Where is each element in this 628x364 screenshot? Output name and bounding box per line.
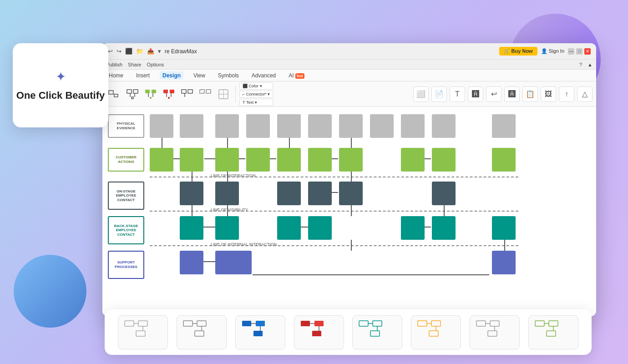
template-green-outline[interactable] (528, 315, 578, 349)
undo-icon[interactable]: ↩ (108, 48, 113, 55)
ribbon-icon-3[interactable]: T (450, 86, 465, 102)
ribbon-shape-6[interactable] (215, 85, 232, 103)
bs-box-3[interactable] (277, 216, 301, 240)
minimize-button[interactable]: — (568, 48, 574, 55)
buy-now-button[interactable]: 🛒 Buy Now (499, 47, 537, 56)
ca-box-1[interactable] (150, 148, 173, 172)
menu-symbols[interactable]: Symbols (215, 71, 242, 80)
menu-design[interactable]: Design (160, 71, 183, 80)
ca-box-4[interactable] (246, 148, 270, 172)
menu-ai[interactable]: AI hot (286, 71, 307, 80)
template-basic[interactable] (118, 315, 168, 349)
sp-box-1[interactable] (180, 251, 203, 274)
ribbon-icon-1[interactable]: ⬜ (413, 86, 429, 102)
label-back-stage: BACK-STAGEEMPLOYEECONTACT (108, 216, 144, 244)
template-outline-2[interactable] (177, 315, 227, 349)
pe-box-5[interactable] (277, 114, 301, 138)
redo-icon[interactable]: ↪ (116, 48, 122, 55)
bs-box-7[interactable] (492, 216, 516, 240)
template-teal[interactable] (352, 315, 402, 349)
ribbon-icon-7[interactable]: 📋 (522, 86, 538, 102)
svg-rect-8 (152, 90, 156, 93)
pe-box-4[interactable] (246, 114, 270, 138)
ribbon-icon-9[interactable]: ↑ (559, 86, 574, 102)
export-icon[interactable]: 📤 (147, 48, 154, 55)
menu-view[interactable]: View (191, 71, 208, 80)
vert-ca-os-2 (227, 172, 228, 182)
ca-box-3[interactable] (215, 148, 239, 172)
svg-rect-55 (476, 321, 486, 326)
share-btn[interactable]: Share (128, 62, 141, 67)
os-box-1[interactable] (180, 182, 203, 205)
connector-dropdown[interactable]: ⌐ Connector* ▾ (239, 91, 273, 98)
ca-box-6[interactable] (308, 148, 332, 172)
bs-box-5[interactable] (401, 216, 425, 240)
pe-box-8[interactable] (370, 114, 394, 138)
ribbon-icon-4[interactable]: 🅰 (468, 86, 483, 102)
bs-box-2[interactable] (215, 216, 239, 240)
more-icon[interactable]: ▾ (158, 48, 161, 55)
close-button[interactable]: ✕ (584, 48, 591, 55)
text-dropdown[interactable]: T Text ▾ (239, 99, 273, 106)
bs-box-1[interactable] (180, 216, 203, 240)
ribbon-shape-1[interactable] (106, 85, 122, 103)
ribbon-icon-10[interactable]: △ (577, 86, 593, 102)
os-box-6[interactable] (432, 182, 456, 205)
template-red[interactable] (294, 315, 344, 349)
ribbon-shape-5[interactable] (197, 85, 213, 103)
svg-rect-54 (429, 331, 438, 336)
template-blue[interactable] (235, 315, 285, 349)
os-box-4[interactable] (308, 182, 332, 205)
ribbon-icon-6[interactable]: 🅰 (504, 86, 520, 102)
ribbon-icon-5[interactable]: ↩ (486, 86, 501, 102)
canvas-area[interactable]: PHYSICALEVIDENCE CUSTOMERACTIONS (102, 107, 596, 316)
pe-box-11[interactable] (492, 114, 516, 138)
ca-box-2[interactable] (180, 148, 203, 172)
open-icon[interactable]: 📁 (136, 48, 143, 55)
bs-box-4[interactable] (308, 216, 332, 240)
publish-btn[interactable]: Publish (106, 62, 122, 67)
ribbon-shape-green[interactable] (142, 85, 159, 103)
ca-box-10[interactable] (492, 148, 516, 172)
pe-box-7[interactable] (339, 114, 363, 138)
ribbon-icon-8[interactable]: 🖼 (541, 86, 556, 102)
bs-box-6[interactable] (432, 216, 456, 240)
vert-4 (351, 138, 352, 148)
ca-box-8[interactable] (401, 148, 425, 172)
ca-box-5[interactable] (277, 148, 301, 172)
svg-rect-16 (168, 97, 170, 99)
svg-rect-34 (195, 331, 204, 336)
ca-box-9[interactable] (432, 148, 456, 172)
ribbon-icon-2[interactable]: 📄 (431, 86, 447, 102)
template-gray-outline[interactable] (470, 315, 520, 349)
pe-box-3[interactable] (215, 114, 239, 138)
options-btn[interactable]: Options (147, 62, 164, 67)
pe-box-10[interactable] (432, 114, 456, 138)
os-box-3[interactable] (277, 182, 301, 205)
template-yellow[interactable] (411, 315, 461, 349)
color-dropdown[interactable]: ⬛ Color ▾ (239, 82, 273, 90)
svg-rect-49 (370, 331, 380, 336)
sp-box-2[interactable] (215, 251, 252, 274)
ribbon-shape-red[interactable] (161, 85, 177, 103)
os-box-2[interactable] (215, 182, 239, 205)
maximize-button[interactable]: □ (576, 48, 582, 55)
menu-advanced[interactable]: Advanced (249, 71, 279, 80)
pe-box-9[interactable] (401, 114, 425, 138)
save-icon[interactable]: ⬛ (125, 48, 132, 55)
menu-insert[interactable]: Insert (133, 71, 152, 80)
svg-rect-37 (256, 321, 265, 326)
sign-in-button[interactable]: 👤 Sign In (541, 48, 564, 54)
ca-box-7[interactable] (339, 148, 363, 172)
ribbon-shape-2[interactable] (124, 85, 141, 103)
menu-home[interactable]: Home (106, 71, 126, 80)
pe-box-6[interactable] (308, 114, 332, 138)
pe-box-2[interactable] (180, 114, 203, 138)
collapse-btn[interactable]: ▲ (587, 62, 593, 67)
os-box-5[interactable] (339, 182, 363, 205)
sp-box-3[interactable] (492, 251, 516, 274)
ribbon-shape-4[interactable] (179, 85, 195, 103)
ribbon: ⬛ Color ▾ ⌐ Connector* ▾ T Text ▾ ⬜ 📄 T … (102, 81, 596, 107)
pe-box-1[interactable] (150, 114, 173, 138)
help-btn[interactable]: ? (579, 62, 582, 67)
